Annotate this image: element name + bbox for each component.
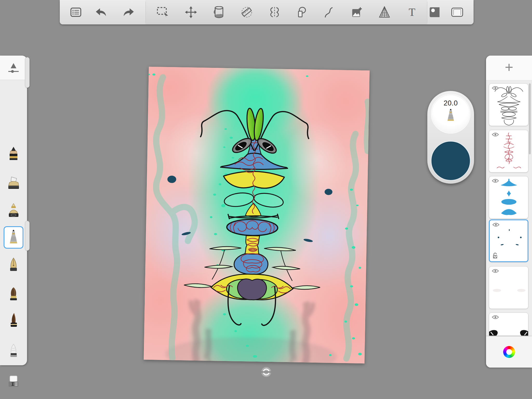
round-brush-icon bbox=[7, 286, 20, 302]
import-image-icon[interactable] bbox=[349, 5, 364, 19]
symmetry-icon[interactable] bbox=[267, 5, 282, 19]
sketch-app: { "colors": { "bg": "#8e8e8e", "accent":… bbox=[0, 0, 532, 399]
tool-ballpoint-pen[interactable] bbox=[4, 226, 23, 249]
layer-thumbnail-3[interactable] bbox=[489, 176, 528, 219]
tool-fountain-pen[interactable] bbox=[4, 254, 23, 276]
layer3-visibility-eye-icon[interactable] bbox=[492, 178, 499, 183]
svg-text:T: T bbox=[409, 6, 415, 18]
layer2-visibility-eye-icon[interactable] bbox=[492, 132, 499, 137]
size-adjuster-icon bbox=[6, 61, 21, 75]
menu-icon[interactable] bbox=[69, 5, 83, 19]
brush-size-puck[interactable]: 20.0 bbox=[431, 94, 470, 134]
tool-round-brush[interactable] bbox=[4, 283, 23, 305]
rotate-band bbox=[261, 371, 272, 373]
layer-thumbnail-2[interactable] bbox=[489, 130, 528, 172]
stroke-icon[interactable] bbox=[322, 5, 336, 19]
color-wheel-button[interactable] bbox=[503, 346, 515, 358]
text-icon[interactable]: T bbox=[405, 5, 419, 19]
color-puck[interactable] bbox=[431, 141, 470, 181]
pointed-brush-icon bbox=[7, 312, 20, 328]
layer4-visibility-eye-icon[interactable] bbox=[492, 222, 500, 227]
plus-icon: + bbox=[505, 60, 513, 75]
color-panel bbox=[486, 336, 532, 368]
cone-marker-icon bbox=[6, 202, 21, 218]
top-toolbar: T bbox=[60, 0, 474, 24]
selection-icon[interactable] bbox=[156, 5, 170, 19]
pencil-icon bbox=[6, 146, 21, 161]
shapes-icon[interactable] bbox=[294, 5, 309, 19]
layer6-visibility-eye-icon[interactable] bbox=[492, 315, 499, 320]
panel-drag-handle[interactable] bbox=[25, 57, 30, 88]
tool-cone-marker[interactable] bbox=[4, 199, 23, 221]
chisel-marker-icon bbox=[6, 175, 21, 190]
tool-chisel-marker[interactable] bbox=[4, 172, 23, 194]
toolbar-separator bbox=[145, 2, 146, 23]
fill-icon[interactable] bbox=[211, 5, 226, 19]
transform-icon[interactable] bbox=[184, 5, 198, 19]
drawing-canvas[interactable] bbox=[144, 67, 370, 364]
layer1-visibility-eye-icon[interactable] bbox=[492, 86, 499, 90]
flat-eraser-icon bbox=[6, 374, 21, 389]
layer-thumbnail-1[interactable] bbox=[489, 83, 528, 126]
tool-flat-eraser[interactable] bbox=[4, 370, 23, 393]
layer-thumbnail-6[interactable] bbox=[489, 312, 528, 336]
brush-panel bbox=[0, 56, 27, 365]
transparency-lock-icon[interactable] bbox=[492, 252, 498, 259]
corner-puck-icon[interactable] bbox=[427, 5, 442, 19]
smudge-stick-icon bbox=[7, 343, 20, 358]
layers-panel: + bbox=[486, 56, 532, 368]
ruler-icon[interactable] bbox=[240, 5, 254, 19]
panel-drag-handle[interactable] bbox=[25, 221, 30, 251]
tool-smudge-stick[interactable] bbox=[4, 339, 23, 362]
brush-size-tool[interactable] bbox=[0, 56, 27, 80]
layer5-visibility-eye-icon[interactable] bbox=[492, 269, 499, 273]
editor-toggle-icon[interactable] bbox=[450, 5, 464, 19]
tool-angled-eraser[interactable] bbox=[4, 395, 23, 399]
redo-icon[interactable] bbox=[122, 5, 136, 19]
add-layer-button[interactable]: + bbox=[486, 56, 532, 81]
tool-pointed-brush[interactable] bbox=[4, 309, 23, 331]
brush-size-value: 20.0 bbox=[444, 99, 458, 107]
layer-thumbnail-4[interactable] bbox=[489, 220, 528, 262]
current-brush-icon bbox=[445, 107, 456, 124]
ballpoint-pen-icon bbox=[7, 229, 20, 245]
undo-icon[interactable] bbox=[94, 5, 108, 19]
canvas-rotate-widget[interactable] bbox=[261, 367, 271, 377]
layer-thumbnail-5[interactable] bbox=[489, 266, 528, 309]
layers-scrollbar[interactable] bbox=[529, 83, 531, 154]
tool-pencil[interactable] bbox=[4, 142, 23, 165]
perspective-icon[interactable] bbox=[377, 5, 392, 19]
brush-puck[interactable]: 20.0 bbox=[427, 91, 474, 184]
canvas-artwork bbox=[144, 67, 370, 364]
fountain-pen-icon bbox=[7, 257, 20, 272]
